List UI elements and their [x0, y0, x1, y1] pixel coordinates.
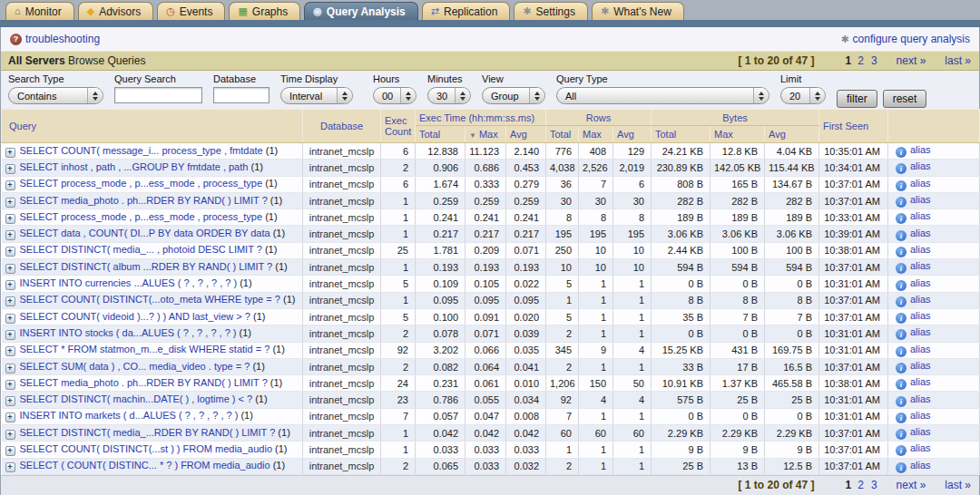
alias-link[interactable]: alias: [910, 410, 931, 421]
query-link[interactable]: SELECT COUNT( DISTINCT(...oto_meta WHERE…: [20, 294, 280, 305]
alias-link[interactable]: alias: [910, 360, 931, 371]
tab-settings[interactable]: ✱Settings: [514, 2, 588, 20]
alias-link[interactable]: alias: [910, 228, 931, 238]
column-header-bytes-total[interactable]: Total: [652, 126, 710, 143]
expand-query-button[interactable]: +: [5, 180, 15, 190]
expand-query-button[interactable]: +: [5, 462, 15, 472]
query-link[interactable]: INSERT INTO stocks ( da...ALUES ( ? , ? …: [20, 327, 237, 338]
expand-query-button[interactable]: +: [5, 280, 15, 290]
view-select[interactable]: Group: [482, 87, 545, 104]
alias-link[interactable]: alias: [910, 144, 931, 155]
alias-link[interactable]: alias: [910, 310, 931, 321]
page-link-2[interactable]: 2: [858, 54, 864, 67]
hours-select[interactable]: 00: [373, 87, 416, 104]
query-search-input[interactable]: [114, 87, 202, 103]
expand-query-button[interactable]: +: [5, 430, 15, 440]
query-link[interactable]: SELECT process_mode , p...ess_mode , pro…: [20, 178, 263, 189]
last-page-link[interactable]: last »: [945, 479, 971, 491]
alias-link[interactable]: alias: [910, 210, 931, 221]
next-page-link[interactable]: next »: [897, 479, 926, 491]
query-link[interactable]: SELECT DISTINCT( machin...DATE( ) , logt…: [20, 393, 253, 404]
filter-button[interactable]: filter: [837, 90, 877, 108]
query-type-select[interactable]: All: [556, 87, 769, 104]
expand-query-button[interactable]: +: [5, 396, 15, 406]
page-link-3[interactable]: 3: [871, 479, 877, 491]
query-link[interactable]: SELECT DISTINCT( media_...RDER BY RAND( …: [20, 427, 276, 438]
query-link[interactable]: INSERT INTO markets ( d...ALUES ( ? , ? …: [20, 410, 239, 421]
expand-query-button[interactable]: +: [5, 264, 15, 274]
expand-query-button[interactable]: +: [5, 364, 15, 374]
expand-query-button[interactable]: +: [5, 314, 15, 324]
query-link[interactable]: SELECT media_photo . ph...RDER BY RAND( …: [20, 377, 268, 388]
alias-link[interactable]: alias: [910, 460, 931, 471]
column-header-exec-count[interactable]: Exec Count: [381, 110, 416, 143]
column-header-database[interactable]: Database: [303, 110, 381, 143]
query-link[interactable]: SELECT ( COUNT( DISTINC... * ? ) FROM me…: [20, 460, 270, 471]
column-header-rows-max[interactable]: Max: [579, 126, 613, 143]
alias-link[interactable]: alias: [910, 194, 931, 205]
last-page-link[interactable]: last »: [945, 54, 971, 67]
query-link[interactable]: SELECT media_photo . ph...RDER BY RAND( …: [20, 195, 268, 206]
alias-link[interactable]: alias: [910, 277, 931, 288]
query-link[interactable]: SELECT COUNT( DISTINCT(...st ) ) FROM me…: [20, 443, 273, 454]
expand-query-button[interactable]: +: [5, 412, 15, 422]
alias-link[interactable]: alias: [910, 178, 931, 189]
tab-replication[interactable]: ⇄Replication: [422, 2, 511, 20]
expand-query-button[interactable]: +: [5, 214, 15, 224]
alias-link[interactable]: alias: [910, 344, 931, 354]
page-link-3[interactable]: 3: [871, 54, 877, 67]
configure-query-analysis-link[interactable]: configure query analysis: [853, 33, 970, 45]
alias-link[interactable]: alias: [910, 326, 931, 337]
reset-button[interactable]: reset: [883, 90, 927, 108]
column-header-rows-total[interactable]: Total: [546, 126, 579, 143]
query-link[interactable]: SELECT COUNT( message_i... process_type …: [20, 145, 263, 156]
expand-query-button[interactable]: +: [5, 446, 15, 456]
query-link[interactable]: SELECT COUNT( videoid )...? ) ) AND last…: [20, 311, 250, 322]
alias-link[interactable]: alias: [910, 160, 931, 171]
alias-link[interactable]: alias: [910, 426, 931, 437]
query-link[interactable]: SELECT DISTINCT( media_... , photoid DES…: [20, 244, 262, 255]
tab-graphs[interactable]: ▦Graphs: [229, 2, 300, 20]
database-input[interactable]: [213, 87, 270, 103]
expand-query-button[interactable]: +: [5, 380, 15, 390]
expand-query-button[interactable]: +: [5, 247, 15, 257]
troubleshooting-link[interactable]: troubleshooting: [25, 33, 100, 45]
tab-what-s-new[interactable]: ✱What's New: [592, 2, 684, 20]
query-link[interactable]: SELECT inhost , path , ...GROUP BY fmtda…: [20, 161, 249, 172]
alias-link[interactable]: alias: [910, 442, 931, 453]
time-display-select[interactable]: Interval: [280, 87, 353, 104]
column-header-time-max[interactable]: ▼Max: [466, 126, 506, 143]
query-link[interactable]: SELECT DISTINCT( album ...RDER BY RAND( …: [20, 261, 273, 272]
alias-link[interactable]: alias: [910, 244, 931, 255]
tab-advisors[interactable]: ◆Advisors: [78, 2, 153, 20]
search-type-select[interactable]: Contains: [8, 87, 103, 104]
next-page-link[interactable]: next »: [897, 54, 926, 67]
tab-events[interactable]: ◷Events: [157, 2, 225, 20]
query-link[interactable]: SELECT SUM( data ) , CO... media_video .…: [20, 361, 250, 372]
query-link[interactable]: SELECT * FROM statmon_m...e_disk WHERE s…: [20, 344, 270, 354]
alias-link[interactable]: alias: [910, 376, 931, 387]
expand-query-button[interactable]: +: [5, 346, 15, 356]
expand-query-button[interactable]: +: [5, 148, 15, 158]
expand-query-button[interactable]: +: [5, 164, 15, 174]
expand-query-button[interactable]: +: [5, 198, 15, 208]
column-header-first-seen[interactable]: First Seen: [819, 110, 888, 143]
expand-query-button[interactable]: +: [5, 330, 15, 340]
query-link[interactable]: SELECT process_mode , p...ess_mode , pro…: [20, 211, 263, 222]
alias-link[interactable]: alias: [910, 393, 931, 404]
column-header-bytes-avg[interactable]: Avg: [765, 126, 819, 143]
page-link-2[interactable]: 2: [858, 479, 864, 491]
alias-link[interactable]: alias: [910, 260, 931, 271]
column-header-bytes-max[interactable]: Max: [710, 126, 765, 143]
expand-query-button[interactable]: +: [5, 230, 15, 240]
tab-monitor[interactable]: ⌂Monitor: [5, 2, 74, 20]
minutes-select[interactable]: 30: [427, 87, 471, 104]
tab-query-analysis[interactable]: ◉Query Analysis: [304, 2, 418, 20]
column-header-query[interactable]: Query: [2, 110, 303, 143]
expand-query-button[interactable]: +: [5, 296, 15, 306]
column-header-time-total[interactable]: Total: [416, 126, 466, 143]
query-link[interactable]: SELECT data , COUNT( DI...P BY data ORDE…: [20, 228, 270, 238]
alias-link[interactable]: alias: [910, 294, 931, 305]
query-link[interactable]: INSERT INTO currencies ...ALUES ( ? , ? …: [20, 277, 238, 288]
limit-select[interactable]: 20: [780, 87, 826, 104]
